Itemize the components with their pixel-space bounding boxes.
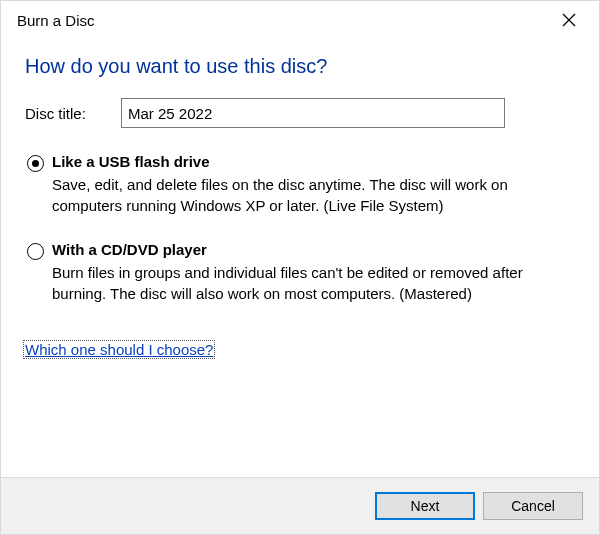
burn-options-group: Like a USB flash drive Save, edit, and d… xyxy=(1,138,599,336)
close-button[interactable] xyxy=(547,5,591,35)
radio-dot-icon xyxy=(32,160,39,167)
disc-title-label: Disc title: xyxy=(25,105,121,122)
radio-icon xyxy=(27,243,44,260)
window-title: Burn a Disc xyxy=(17,12,95,29)
dialog-heading: How do you want to use this disc? xyxy=(1,39,599,92)
option-body: Like a USB flash drive Save, edit, and d… xyxy=(52,152,571,216)
dialog-footer: Next Cancel xyxy=(1,477,599,534)
option-description: Save, edit, and delete files on the disc… xyxy=(52,174,571,216)
option-body: With a CD/DVD player Burn files in group… xyxy=(52,240,571,304)
radio-icon xyxy=(27,155,44,172)
option-title: Like a USB flash drive xyxy=(52,152,571,172)
option-cd-dvd-player[interactable]: With a CD/DVD player Burn files in group… xyxy=(27,240,571,304)
disc-title-input[interactable] xyxy=(121,98,505,128)
close-icon xyxy=(562,13,576,27)
option-title: With a CD/DVD player xyxy=(52,240,571,260)
disc-title-row: Disc title: xyxy=(1,92,599,138)
next-button[interactable]: Next xyxy=(375,492,475,520)
title-bar: Burn a Disc xyxy=(1,1,599,39)
option-usb-flash-drive[interactable]: Like a USB flash drive Save, edit, and d… xyxy=(27,152,571,216)
cancel-button[interactable]: Cancel xyxy=(483,492,583,520)
option-description: Burn files in groups and individual file… xyxy=(52,262,571,304)
help-link[interactable]: Which one should I choose? xyxy=(23,340,215,359)
